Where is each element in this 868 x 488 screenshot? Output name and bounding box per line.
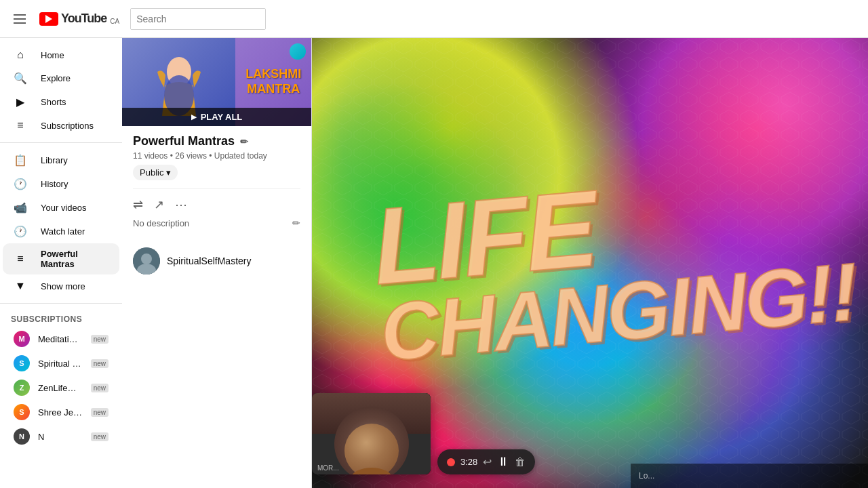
visibility-label: Public (140, 167, 163, 178)
sidebar-item-explore[interactable]: 🔍 Explore (3, 66, 119, 90)
lakshmi-text-mantra2: MANTRA (247, 82, 300, 97)
sidebar-item-subscriptions[interactable]: ≡ Subscriptions (3, 114, 119, 137)
share-icon[interactable]: ↗ (154, 197, 164, 212)
channel-avatar (133, 247, 160, 274)
youtube-icon (39, 12, 58, 26)
subscriptions-header: SUBSCRIPTIONS (0, 309, 122, 327)
sidebar-item-your-videos[interactable]: 📹 Your videos (3, 196, 119, 220)
playlist-title-text: Powerful Mantras (133, 134, 235, 148)
header-left: YouTube CA (11, 12, 119, 26)
pause-button[interactable]: ⏸ (497, 455, 509, 469)
sidebar-label-explore: Explore (41, 73, 71, 83)
show-more-icon: ▼ (14, 280, 27, 292)
playlist-panel: LAKSHMI MANTRA PLAY ALL Powerful Mantras… (122, 38, 312, 488)
sidebar-label-subscriptions: Subscriptions (41, 121, 94, 131)
sub-avatar-spiritual: S (14, 355, 30, 371)
playlist-actions: ⇌ ↗ ⋯ (133, 188, 300, 212)
sub-badge-shree: new (91, 408, 108, 417)
lakshmi-figure-svg (152, 48, 206, 116)
sub-badge-meditation: new (91, 335, 108, 344)
playlist-description-row: No description ✏ (133, 218, 300, 228)
sidebar-item-powerful-mantras[interactable]: ≡ Powerful Mantras (3, 243, 119, 274)
sub-name-meditation: Meditation and He... (38, 334, 83, 344)
sidebar-item-shorts[interactable]: ▶ Shorts (3, 90, 119, 114)
bottom-bar: Lo... (631, 464, 868, 488)
sidebar-label-show-more: Show more (41, 281, 85, 291)
sidebar-item-watch-later[interactable]: 🕐 Watch later (3, 220, 119, 243)
video-title-overlay: LIFE CHANGING!! (369, 157, 859, 369)
sidebar-item-home[interactable]: ⌂ Home (3, 43, 119, 66)
sub-item-spiritual[interactable]: S Spiritual Mantra new (3, 351, 119, 375)
playlist-visibility-button[interactable]: Public ▾ (133, 165, 178, 180)
more-options-icon[interactable]: ⋯ (175, 197, 187, 212)
sub-avatar-shree: S (14, 404, 30, 420)
mini-player-label: MOR... (317, 464, 339, 472)
shuffle-icon[interactable]: ⇌ (133, 197, 143, 212)
subscriptions-icon: ≡ (14, 119, 27, 131)
home-icon: ⌂ (14, 49, 27, 61)
stop-button[interactable]: 🗑 (515, 456, 526, 468)
sidebar-label-watch-later: Watch later (41, 226, 85, 237)
menu-button[interactable] (11, 12, 28, 26)
sidebar-item-show-more[interactable]: ▼ Show more (3, 274, 119, 298)
recording-time: 3:28 (460, 457, 477, 467)
main-layout: ⌂ Home 🔍 Explore ▶ Shorts ≡ Subscription… (0, 38, 868, 488)
search-input[interactable] (131, 9, 265, 29)
sub-item-n[interactable]: N N new (3, 424, 119, 449)
recording-controls: 3:28 ↩ ⏸ 🗑 (437, 449, 535, 474)
search-bar[interactable] (130, 8, 266, 30)
mini-player-video: MOR... (312, 393, 431, 474)
youtube-country: CA (110, 18, 119, 25)
playlist-title-edit-icon[interactable]: ✏ (240, 136, 248, 147)
svg-point-2 (172, 60, 186, 74)
sub-badge-zen: new (91, 384, 108, 392)
youtube-logo[interactable]: YouTube CA (39, 12, 119, 26)
mini-player-person (334, 407, 409, 474)
playlist-meta: 11 videos • 26 views • Updated today (133, 151, 300, 161)
header: YouTube CA (0, 0, 868, 38)
sidebar-label-library: Library (41, 155, 68, 165)
sub-item-shree[interactable]: S Shree Jee - Bhakti new (3, 400, 119, 424)
recording-indicator (447, 458, 455, 466)
svg-point-5 (141, 253, 152, 264)
playlist-description-edit-icon[interactable]: ✏ (292, 218, 300, 228)
channel-info[interactable]: SpiritualSelfMastery (122, 247, 311, 274)
sidebar-divider-2 (0, 303, 122, 304)
sidebar-label-powerful-mantras: Powerful Mantras (41, 249, 108, 269)
sub-avatar-n: N (14, 428, 30, 445)
sidebar-label-history: History (41, 179, 68, 189)
sub-name-zen: ZenLifeRelax (38, 383, 83, 393)
mini-player[interactable]: MOR... (312, 393, 431, 474)
sidebar: ⌂ Home 🔍 Explore ▶ Shorts ≡ Subscription… (0, 38, 122, 488)
play-all-button[interactable]: PLAY ALL (122, 108, 311, 126)
sub-badge-n: new (91, 432, 108, 441)
video-area: LIFE CHANGING!! MOR... 3:28 ↩ ⏸ 🗑 Lo... (312, 38, 868, 488)
watch-later-icon: 🕐 (14, 225, 27, 238)
sub-item-zen[interactable]: Z ZenLifeRelax new (3, 375, 119, 400)
shorts-icon: ▶ (14, 96, 27, 108)
person-face (344, 424, 399, 474)
sub-item-meditation[interactable]: M Meditation and He... new (3, 327, 119, 351)
playlist-icon: ≡ (14, 253, 27, 265)
channel-name: SpiritualSelfMastery (167, 256, 252, 266)
sub-name-shree: Shree Jee - Bhakti (38, 407, 83, 418)
sidebar-divider-1 (0, 142, 122, 143)
rewind-button[interactable]: ↩ (483, 455, 492, 468)
your-videos-icon: 📹 (14, 201, 27, 214)
sidebar-label-your-videos: Your videos (41, 203, 86, 213)
sidebar-item-library[interactable]: 📋 Library (3, 148, 119, 172)
playlist-info: Powerful Mantras ✏ 11 videos • 26 views … (122, 126, 311, 237)
sidebar-label-shorts: Shorts (41, 97, 66, 107)
visibility-arrow-icon: ▾ (166, 167, 171, 178)
sidebar-item-history[interactable]: 🕐 History (3, 172, 119, 196)
sub-avatar-meditation: M (14, 331, 30, 347)
sidebar-label-home: Home (41, 50, 64, 60)
lakshmi-text-mantra: LAKSHMI (245, 67, 301, 82)
sub-badge-spiritual: new (91, 359, 108, 368)
bottom-bar-text: Lo... (639, 471, 654, 481)
history-icon: 🕐 (14, 178, 27, 190)
playlist-description-text: No description (133, 218, 189, 228)
sub-name-n: N (38, 432, 83, 442)
play-all-label: PLAY ALL (201, 112, 243, 122)
youtube-wordmark: YouTube (61, 12, 106, 26)
